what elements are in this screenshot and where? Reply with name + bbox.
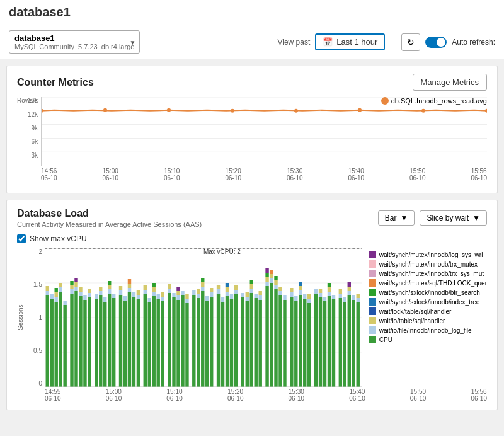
chevron-down-icon: ▼	[401, 214, 408, 222]
legend-color-8	[369, 317, 376, 324]
svg-rect-87	[161, 301, 164, 387]
svg-rect-85	[157, 299, 160, 387]
bar-x-label: 15:0006-10	[106, 388, 122, 402]
calendar-icon: 📅	[323, 37, 333, 47]
show-vcpu-checkbox[interactable]	[17, 234, 26, 243]
bar-x-label: 15:5606-10	[471, 388, 487, 402]
legend-label-2: wait/synch/mutex/innodb/trx_mutex	[379, 261, 478, 268]
svg-rect-199	[348, 282, 351, 287]
svg-rect-49	[94, 299, 98, 387]
svg-rect-98	[176, 287, 180, 291]
svg-rect-84	[152, 283, 156, 287]
svg-rect-146	[265, 286, 268, 387]
svg-rect-93	[172, 297, 175, 387]
svg-point-9	[294, 109, 298, 113]
svg-rect-186	[328, 292, 331, 296]
svg-rect-152	[270, 278, 273, 283]
top-bar: database1 MySQL Community 5.7.23 db.r4.l…	[0, 25, 504, 59]
svg-rect-168	[294, 296, 297, 301]
svg-rect-107	[197, 294, 200, 298]
x-label: 15:3006-10	[287, 168, 303, 181]
legend-label-6: wait/synch/sxlock/innodb/index_tree	[379, 299, 480, 306]
svg-rect-158	[274, 276, 277, 280]
svg-rect-131	[234, 285, 238, 290]
slice-by-dropdown[interactable]: Slice by wait ▼	[420, 210, 487, 226]
svg-rect-71	[132, 297, 135, 387]
view-past-select[interactable]: 📅 Last 1 hour	[315, 33, 385, 50]
legend-label-8: wait/io/table/sql/handler	[379, 318, 445, 324]
svg-rect-114	[205, 296, 209, 301]
legend-color-2	[369, 260, 376, 268]
legend-label: db.SQL.Innodb_rows_read.avg	[391, 97, 487, 105]
svg-rect-94	[172, 293, 175, 297]
svg-rect-96	[176, 295, 180, 300]
svg-rect-35	[70, 285, 73, 289]
svg-rect-62	[119, 295, 122, 387]
db-load-section: Database Load Current Activity Measured …	[6, 200, 498, 410]
chevron-down-icon: ▼	[472, 214, 480, 222]
svg-rect-66	[123, 296, 127, 301]
svg-rect-150	[265, 268, 268, 273]
svg-rect-79	[148, 302, 151, 387]
db-selector[interactable]: database1 MySQL Community 5.7.23 db.r4.l…	[9, 30, 140, 54]
chart-type-dropdown[interactable]: Bar ▼	[378, 210, 415, 226]
svg-rect-21	[46, 286, 49, 291]
svg-rect-81	[152, 296, 156, 387]
svg-rect-143	[259, 300, 262, 387]
svg-rect-151	[270, 283, 273, 387]
svg-rect-47	[88, 293, 91, 297]
manage-metrics-button[interactable]: Manage Metrics	[413, 74, 487, 91]
svg-rect-153	[270, 274, 273, 278]
svg-rect-177	[307, 294, 311, 299]
svg-rect-105	[192, 290, 195, 295]
svg-rect-29	[59, 287, 62, 292]
db-load-title-group: Database Load Current Activity Measured …	[17, 208, 202, 228]
bar-x-label: 15:4006-10	[349, 388, 365, 402]
svg-rect-194	[343, 302, 346, 387]
refresh-controls: ↻ Auto refresh:	[401, 33, 495, 51]
svg-rect-51	[99, 295, 102, 387]
svg-point-8	[231, 109, 234, 113]
chart-type-label: Bar	[385, 214, 397, 222]
svg-rect-125	[226, 287, 229, 292]
bar-x-label: 15:2006-10	[227, 388, 244, 402]
counter-metrics-section: Counter Metrics Manage Metrics Rows/s 15…	[6, 66, 498, 193]
legend-label-7: wait/lock/table/sql/handler	[379, 308, 452, 315]
legend-label-10: CPU	[379, 336, 392, 343]
y-axis-ticks: 15k 12k 9k 6k 3k	[18, 97, 40, 166]
legend-color-9	[369, 326, 376, 334]
svg-rect-117	[210, 288, 213, 292]
legend-item: wait/synch/sxlock/innodb/index_tree	[369, 298, 487, 306]
x-label: 15:1006-10	[164, 168, 180, 181]
svg-rect-183	[323, 301, 326, 387]
svg-rect-39	[74, 282, 77, 287]
svg-rect-50	[94, 294, 98, 299]
svg-rect-174	[303, 294, 306, 299]
bar-x-label: 14:5506-10	[45, 388, 61, 402]
svg-rect-192	[339, 294, 342, 298]
legend-color-3	[369, 270, 376, 277]
svg-rect-41	[79, 296, 82, 387]
bar-x-label: 15:1006-10	[166, 388, 183, 402]
svg-rect-134	[246, 301, 249, 387]
svg-rect-67	[128, 292, 131, 387]
x-label: 15:5606-10	[471, 168, 487, 181]
show-vcpu-row: Show max vCPU	[17, 234, 487, 243]
svg-rect-132	[241, 297, 244, 387]
svg-rect-119	[217, 289, 220, 294]
auto-refresh-toggle[interactable]	[425, 37, 447, 48]
counter-metrics-header: Counter Metrics Manage Metrics	[17, 74, 487, 91]
svg-rect-89	[161, 292, 164, 297]
refresh-button[interactable]: ↻	[401, 33, 420, 51]
db-load-header: Database Load Current Activity Measured …	[17, 208, 487, 228]
legend-color-10	[369, 336, 376, 343]
svg-rect-104	[192, 295, 195, 387]
legend-label-3: wait/synch/mutex/innodb/trx_sys_mut	[379, 270, 484, 277]
svg-rect-23	[50, 294, 54, 299]
svg-rect-58	[108, 285, 111, 289]
svg-rect-33	[70, 294, 73, 387]
svg-rect-45	[83, 295, 86, 300]
svg-rect-184	[323, 297, 326, 301]
svg-rect-90	[168, 293, 171, 387]
svg-rect-73	[137, 299, 140, 387]
